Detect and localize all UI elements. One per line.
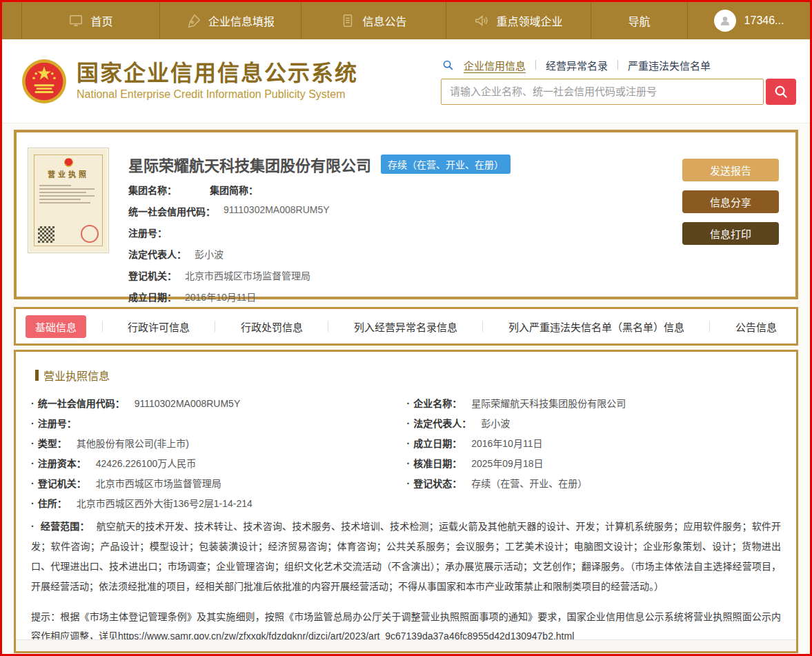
masthead: 国家企业信用信息公示系统 National Enterprise Credit …	[2, 39, 810, 123]
company-summary-card: 营业执照 星际荣耀航天科技集团股份有限公司 存续（在营、开业、在册	[14, 130, 798, 299]
field-row: 登记状态： 存续（在营、开业、在册）	[406, 476, 782, 496]
nav-item-label: 首页	[90, 12, 112, 29]
business-scope: 经营范围：航空航天的技术开发、技术转让、技术咨询、技术服务、技术培训、技术检测；…	[30, 517, 781, 597]
field-row: 成立日期： 2016年10月11日	[406, 436, 782, 456]
field-row: 企业名称： 星际荣耀航天科技集团股份有限公司	[406, 396, 782, 416]
divider	[328, 321, 328, 332]
search-icon	[773, 84, 789, 99]
field-row: 住所： 北京市西城区西外大街136号2层1-14-214	[30, 496, 406, 516]
field-row: 类型： 其他股份有限公司(非上市)	[30, 436, 406, 456]
document-icon	[340, 13, 355, 28]
field-row: 注册号：	[128, 226, 669, 239]
search-tab-abnormal-list[interactable]: 经营异常名录	[546, 58, 608, 72]
nav-item-key-field-enterprises[interactable]: 重点领域企业	[446, 2, 591, 39]
tab-basic-info[interactable]: 基础信息	[26, 315, 86, 338]
tab-admin-licensing[interactable]: 行政许可信息	[118, 315, 199, 338]
user-avatar-icon	[714, 10, 736, 32]
group-name-label: 集团名称：	[128, 183, 177, 197]
field-row: 登记机关： 北京市西城区市场监督管理局	[128, 268, 669, 282]
license-qr-code	[38, 226, 55, 243]
pen-icon	[186, 13, 201, 28]
license-image-title: 营业执照	[38, 168, 99, 179]
divider	[482, 321, 483, 332]
field-row: 注册资本： 42426.226100万人民币	[30, 456, 406, 476]
divider	[617, 60, 618, 70]
nav-item-label: 导航	[628, 12, 650, 29]
company-name: 星际荣耀航天科技集团股份有限公司	[128, 153, 371, 175]
divider	[102, 321, 103, 332]
nav-item-announcements[interactable]: 信息公告	[301, 2, 446, 39]
field-row: 统一社会信用代码： 91110302MA008RUM5Y	[128, 204, 669, 218]
search-input[interactable]	[441, 79, 764, 105]
company-info: 星际荣耀航天科技集团股份有限公司 存续（在营、开业、在册） 集团名称： 集团简称…	[128, 148, 669, 297]
megaphone-icon	[474, 13, 489, 28]
main-content: 营业执照 星际荣耀航天科技集团股份有限公司 存续（在营、开业、在册	[2, 123, 810, 653]
section-tabs: 基础信息 行政许可信息 行政处罚信息 列入经营异常名录信息 列入严重违法失信名单…	[14, 307, 798, 346]
field-row: 核准日期： 2025年09月18日	[406, 456, 782, 476]
nav-item-home[interactable]: 首页	[21, 2, 159, 39]
field-row: 登记机关： 北京市西城区市场监督管理局	[30, 476, 406, 496]
action-buttons: 发送报告 信息分享 信息打印	[682, 148, 779, 297]
field-row: 统一社会信用代码： 91110302MA008RUM5Y	[30, 396, 406, 416]
divider	[709, 321, 710, 332]
share-info-button[interactable]: 信息分享	[682, 190, 779, 213]
tab-admin-penalty[interactable]: 行政处罚信息	[231, 315, 313, 338]
print-info-button[interactable]: 信息打印	[682, 222, 779, 245]
search-box: 企业信用信息 经营异常名录 严重违法失信名单	[441, 58, 796, 105]
business-license-info-card: 营业执照信息 统一社会信用代码： 91110302MA008RUM5Y 注册号：…	[14, 350, 798, 653]
page: 首页 企业信息填报 信息公告 重点领域企业 导航 17346...	[0, 0, 812, 656]
divider	[215, 321, 215, 332]
national-emblem-logo	[21, 59, 67, 104]
tab-serious-illegal-blacklist[interactable]: 列入严重违法失信名单（黑名单）信息	[499, 315, 694, 338]
search-tab-illegal-list[interactable]: 严重违法失信名单	[628, 58, 711, 72]
card-footer-strip	[16, 639, 796, 651]
brand-text: 国家企业信用信息公示系统 National Enterprise Credit …	[77, 61, 358, 101]
business-license-image[interactable]: 营业执照	[28, 148, 109, 253]
monitor-icon	[68, 13, 83, 28]
site-subtitle: National Enterprise Credit Information P…	[77, 88, 358, 101]
search-tab-credit-info[interactable]: 企业信用信息	[464, 58, 526, 72]
group-short-label: 集团简称：	[210, 183, 258, 197]
group-row: 集团名称： 集团简称：	[128, 183, 669, 197]
nav-item-label: 企业信息填报	[208, 12, 275, 29]
send-report-button[interactable]: 发送报告	[682, 159, 779, 181]
field-row: 成立日期： 2016年10月11日	[128, 290, 669, 304]
top-navigation: 首页 企业信息填报 信息公告 重点领域企业 导航 17346...	[2, 2, 810, 39]
nav-item-enterprise-filing[interactable]: 企业信息填报	[159, 2, 301, 39]
license-emblem-icon	[64, 158, 73, 167]
tab-announcement-info[interactable]: 公告信息	[726, 315, 786, 338]
field-row: 法定代表人： 彭小波	[406, 416, 782, 436]
search-button[interactable]	[766, 79, 796, 105]
user-menu[interactable]: 17346...	[687, 2, 810, 39]
status-badge: 存续（在营、开业、在册）	[381, 155, 511, 174]
tab-abnormal-operations[interactable]: 列入经营异常名录信息	[344, 315, 467, 338]
nav-item-label: 重点领域企业	[496, 12, 562, 29]
license-red-seal	[81, 225, 99, 243]
search-icon	[442, 59, 454, 71]
license-fields-right: 企业名称： 星际荣耀航天科技集团股份有限公司 法定代表人： 彭小波 成立日期： …	[406, 396, 782, 516]
license-fields-left: 统一社会信用代码： 91110302MA008RUM5Y 注册号： 类型： 其他…	[30, 396, 406, 516]
search-category-tabs: 企业信用信息 经营异常名录 严重违法失信名单	[441, 58, 796, 72]
user-name: 17346...	[744, 14, 784, 27]
field-row: 法定代表人： 彭小波	[128, 247, 669, 261]
brand: 国家企业信用信息公示系统 National Enterprise Credit …	[21, 59, 358, 104]
divider	[535, 60, 536, 70]
field-row: 注册号：	[30, 416, 406, 436]
nav-item-navigation[interactable]: 导航	[591, 2, 687, 39]
section-title-bar	[35, 370, 39, 381]
section-title: 营业执照信息	[30, 367, 781, 384]
nav-item-label: 信息公告	[362, 12, 406, 29]
site-title: 国家企业信用信息公示系统	[77, 61, 358, 86]
